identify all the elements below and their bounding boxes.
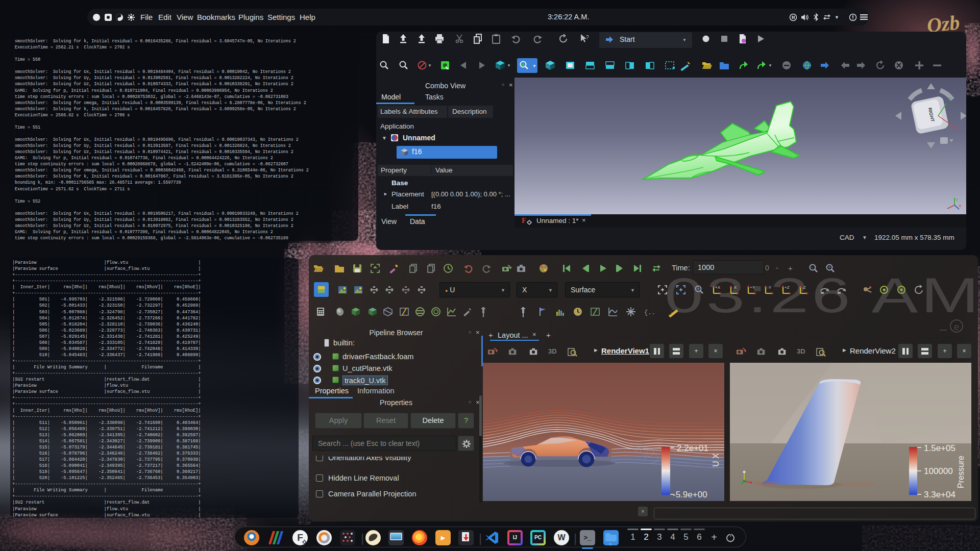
svg-text:+: + (828, 265, 831, 270)
svg-text:Pressure: Pressure (957, 456, 965, 488)
svg-text:+X: +X (715, 285, 721, 290)
svg-text:X: X (959, 204, 962, 208)
svg-text:+Y: +Y (750, 285, 755, 290)
svg-text:-Z: -Z (802, 285, 806, 290)
svg-text:{..}: {..} (644, 309, 654, 316)
svg-text:100000: 100000 (924, 466, 953, 476)
svg-text:-X: -X (732, 285, 737, 290)
svg-text:1.5e+05: 1.5e+05 (924, 443, 955, 453)
svg-text:+: + (697, 286, 700, 291)
svg-text:U X: U X (712, 453, 720, 467)
svg-text:-Y: -Y (767, 285, 772, 290)
svg-text:X: X (953, 125, 957, 130)
svg-text:Y: Y (948, 96, 951, 102)
svg-text:-: - (812, 265, 813, 270)
svg-text:+Z: +Z (785, 285, 790, 290)
svg-text:-5.9e+00: -5.9e+00 (673, 490, 707, 499)
svg-text:2.2e+01: 2.2e+01 (677, 443, 708, 453)
svg-text:Y: Y (955, 197, 959, 202)
svg-text:+: + (522, 62, 525, 67)
svg-text:?: ? (586, 35, 589, 40)
svg-text:3.3e+04: 3.3e+04 (924, 490, 955, 499)
